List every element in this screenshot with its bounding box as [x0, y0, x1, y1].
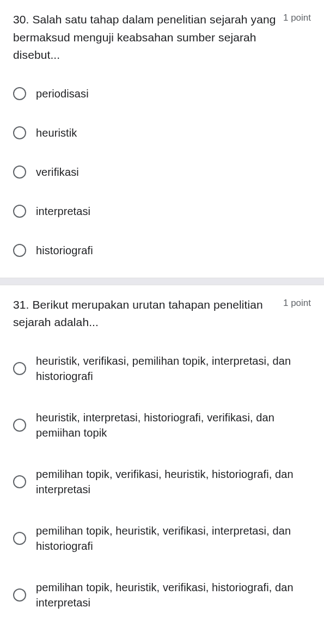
- option-label: heuristik: [36, 125, 77, 140]
- option-interpretasi[interactable]: interpretasi: [13, 197, 311, 225]
- radio-icon: [13, 205, 26, 218]
- radio-icon: [13, 165, 26, 179]
- option-label: periodisasi: [36, 86, 89, 101]
- option-a[interactable]: heuristik, verifikasi, pemilihan topik, …: [13, 347, 311, 390]
- question-card-30: 30. Salah satu tahap dalam penelitian se…: [0, 0, 324, 278]
- question-header: 31. Berikut merupakan urutan tahapan pen…: [13, 296, 311, 332]
- option-label: pemilihan topik, heuristik, verifikasi, …: [36, 580, 311, 610]
- options-list: periodisasi heuristik verifikasi interpr…: [13, 79, 311, 265]
- options-list: heuristik, verifikasi, pemilihan topik, …: [13, 347, 311, 617]
- radio-icon: [13, 87, 26, 100]
- question-points: 1 point: [283, 296, 311, 309]
- question-text: 31. Berikut merupakan urutan tahapan pen…: [13, 296, 283, 332]
- radio-icon: [13, 532, 26, 545]
- card-divider: [0, 278, 324, 285]
- radio-icon: [13, 475, 26, 488]
- option-c[interactable]: pemilihan topik, verifikasi, heuristik, …: [13, 460, 311, 504]
- option-verifikasi[interactable]: verifikasi: [13, 158, 311, 186]
- option-label: interpretasi: [36, 204, 90, 219]
- question-header: 30. Salah satu tahap dalam penelitian se…: [13, 11, 311, 64]
- option-periodisasi[interactable]: periodisasi: [13, 79, 311, 108]
- option-label: pemilihan topik, heuristik, verifikasi, …: [36, 523, 311, 554]
- radio-icon: [13, 419, 26, 432]
- option-e[interactable]: pemilihan topik, heuristik, verifikasi, …: [13, 573, 311, 617]
- option-heuristik[interactable]: heuristik: [13, 119, 311, 147]
- radio-icon: [13, 126, 26, 139]
- option-label: verifikasi: [36, 164, 79, 180]
- option-d[interactable]: pemilihan topik, heuristik, verifikasi, …: [13, 517, 311, 560]
- option-historiografi[interactable]: historiografi: [13, 236, 311, 265]
- option-label: historiografi: [36, 243, 93, 258]
- option-b[interactable]: heuristik, interpretasi, historiografi, …: [13, 403, 311, 447]
- option-label: pemilihan topik, verifikasi, heuristik, …: [36, 467, 311, 497]
- option-label: heuristik, interpretasi, historiografi, …: [36, 410, 311, 440]
- radio-icon: [13, 588, 26, 602]
- question-card-31: 31. Berikut merupakan urutan tahapan pen…: [0, 285, 324, 630]
- question-text: 30. Salah satu tahap dalam penelitian se…: [13, 11, 283, 64]
- radio-icon: [13, 362, 26, 375]
- question-points: 1 point: [283, 11, 311, 23]
- radio-icon: [13, 244, 26, 257]
- option-label: heuristik, verifikasi, pemilihan topik, …: [36, 353, 311, 384]
